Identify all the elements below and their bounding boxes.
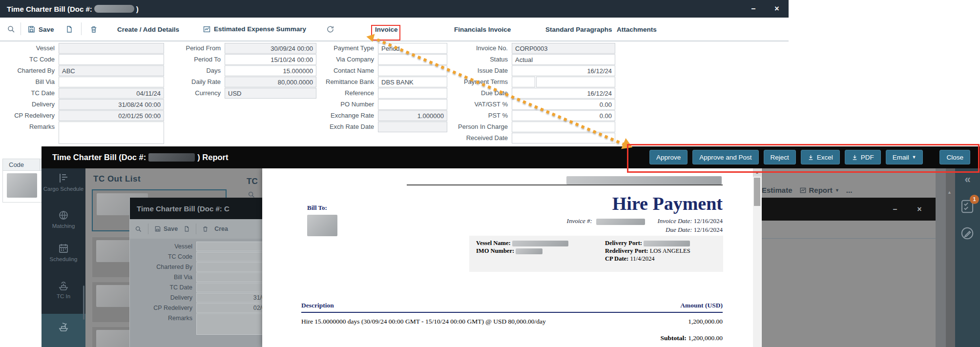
sidebar-item-cargo-schedule[interactable]: Cargo Schedule xyxy=(42,172,85,192)
cp-redelivery-label: CP Redelivery xyxy=(0,110,59,121)
contact-name-field[interactable] xyxy=(378,65,447,76)
inner-tc-date-field[interactable] xyxy=(196,283,262,292)
inner-chartered-by-label: Chartered By xyxy=(130,262,196,272)
tc-code-field[interactable] xyxy=(59,54,164,65)
po-number-label: PO Number xyxy=(322,99,378,110)
inner-delivery-field[interactable]: 31/08 xyxy=(196,293,262,303)
via-company-field[interactable] xyxy=(378,54,447,65)
vessel-field[interactable] xyxy=(59,43,164,54)
excel-download-button[interactable]: Excel xyxy=(801,150,840,164)
report-dropdown[interactable]: Report ▼ xyxy=(799,186,839,194)
period-to-field[interactable]: 15/10/24 00:00 xyxy=(225,54,316,65)
globe-icon xyxy=(58,209,69,221)
exchange-rate-field[interactable]: 1.000000 xyxy=(378,110,447,121)
sidebar-item-tc-in[interactable]: TC In xyxy=(42,280,85,300)
received-date-field[interactable] xyxy=(512,133,615,143)
exch-rate-date-label: Exch Rate Date xyxy=(322,122,378,132)
document-scrollbar[interactable]: ▲ xyxy=(753,168,761,347)
email-label: Email xyxy=(893,154,909,161)
close-button[interactable]: × xyxy=(912,198,927,221)
payment-type-field[interactable]: Period xyxy=(378,43,447,54)
email-dropdown-button[interactable]: Email ▼ xyxy=(886,150,923,164)
inner-create-label[interactable]: Crea xyxy=(214,225,228,232)
daily-rate-field[interactable]: 80,000.0000 xyxy=(225,77,316,87)
tab-invoice[interactable]: Invoice xyxy=(375,25,398,33)
approve-and-post-button[interactable]: Approve and Post xyxy=(692,150,758,164)
inner-tc-date-label: TC Date xyxy=(130,283,196,292)
collapse-panel-icon[interactable]: « xyxy=(955,173,980,186)
new-document-icon[interactable] xyxy=(184,225,190,232)
sidebar-item-scheduling[interactable]: Scheduling xyxy=(42,243,85,263)
tab-standard-paragraphs[interactable]: Standard Paragraphs xyxy=(545,25,612,33)
search-icon[interactable] xyxy=(135,225,142,233)
person-in-charge-field[interactable] xyxy=(512,122,615,132)
delivery-field[interactable]: 31/08/24 00:00 xyxy=(59,99,164,110)
approve-button[interactable]: Approve xyxy=(649,150,688,164)
more-button[interactable]: ... xyxy=(846,186,853,194)
invoice-no-field[interactable]: CORP0003 xyxy=(512,43,615,54)
due-date-field[interactable]: 16/12/24 xyxy=(512,88,615,99)
scroll-up-icon[interactable]: ▲ xyxy=(947,190,952,195)
scrollbar-thumb[interactable] xyxy=(754,178,760,206)
delete-icon[interactable] xyxy=(90,25,98,33)
refresh-icon[interactable] xyxy=(326,25,334,33)
pdf-download-button[interactable]: PDF xyxy=(845,150,881,164)
via-company-label: Via Company xyxy=(322,54,378,65)
po-number-field[interactable] xyxy=(378,99,447,110)
delete-icon[interactable] xyxy=(202,225,209,232)
cp-redelivery-field[interactable]: 02/01/25 00:00 xyxy=(59,110,164,121)
tab-estimate[interactable]: Estimate xyxy=(762,186,792,194)
exch-rate-date-field[interactable] xyxy=(378,122,447,132)
period-from-field[interactable]: 30/09/24 00:00 xyxy=(225,43,316,54)
sidebar-label: Matching xyxy=(52,223,75,229)
sidebar-item-matching[interactable]: Matching xyxy=(42,209,85,229)
sidebar-item-tc-out[interactable] xyxy=(42,314,85,347)
currency-field[interactable]: USD xyxy=(225,88,316,99)
remarks-field[interactable] xyxy=(59,122,164,144)
description-header: Description xyxy=(301,302,334,309)
background-scrollbar[interactable]: ▲ xyxy=(946,168,955,347)
inner-vessel-field[interactable] xyxy=(196,242,262,251)
search-icon[interactable] xyxy=(7,25,16,34)
estimated-expense-summary-button[interactable]: Estimated Expense Summary xyxy=(203,25,306,33)
minimize-button[interactable]: – xyxy=(888,198,902,221)
bill-via-field[interactable] xyxy=(59,77,164,87)
inner-bill-via-field[interactable] xyxy=(196,272,262,282)
background-window-titlebar: – × xyxy=(762,198,936,221)
ship-out-icon xyxy=(57,321,70,332)
inner-time-charter-bill-dialog: Time Charter Bill (Doc #: C Save Crea Ve… xyxy=(129,198,262,347)
inner-remarks-field[interactable] xyxy=(196,313,262,335)
redacted-company-name xyxy=(566,176,722,184)
days-field[interactable]: 15.000000 xyxy=(225,65,316,76)
minimize-button[interactable]: – xyxy=(746,0,761,18)
reference-field[interactable] xyxy=(378,88,447,99)
invoice-date-label: Invoice Date: xyxy=(657,217,692,225)
remittance-bank-field[interactable]: DBS BANK xyxy=(378,77,447,87)
pst-field[interactable]: 0.00 xyxy=(512,110,615,121)
edit-circle-icon[interactable] xyxy=(960,226,975,241)
issue-date-field[interactable]: 16/12/24 xyxy=(512,65,615,76)
sidebar-scrollbar[interactable] xyxy=(83,286,84,320)
status-field[interactable]: Actual xyxy=(512,54,615,65)
payment-terms-field-2[interactable] xyxy=(536,77,615,87)
close-button[interactable]: × xyxy=(770,0,784,18)
reject-button[interactable]: Reject xyxy=(764,150,796,164)
payment-terms-field-1[interactable] xyxy=(512,77,535,87)
inner-tc-code-field[interactable] xyxy=(196,252,262,262)
tab-financials-invoice[interactable]: Financials Invoice xyxy=(454,25,511,33)
tc-date-field[interactable]: 04/11/24 xyxy=(59,88,164,99)
code-column-header[interactable]: Code xyxy=(3,159,40,170)
subtotal-value: 1,200,000.00 xyxy=(688,334,723,342)
scroll-up-icon[interactable]: ▲ xyxy=(753,168,761,177)
inner-save-button[interactable]: Save xyxy=(154,225,178,232)
inner-cp-redelivery-field[interactable]: 02/01 xyxy=(196,303,262,313)
estimate-toolbar: Estimate Report ▼ ... xyxy=(762,186,852,194)
create-add-details-button[interactable]: Create / Add Details xyxy=(117,25,179,33)
new-document-icon[interactable] xyxy=(65,25,73,33)
inner-chartered-by-field[interactable] xyxy=(196,262,262,272)
close-report-button[interactable]: Close xyxy=(939,150,970,164)
save-button[interactable]: Save xyxy=(27,25,54,33)
vat-gst-field[interactable]: 0.00 xyxy=(512,99,615,110)
chartered-by-field[interactable]: ABC xyxy=(59,65,164,76)
tab-attachments[interactable]: Attachments xyxy=(617,25,657,33)
